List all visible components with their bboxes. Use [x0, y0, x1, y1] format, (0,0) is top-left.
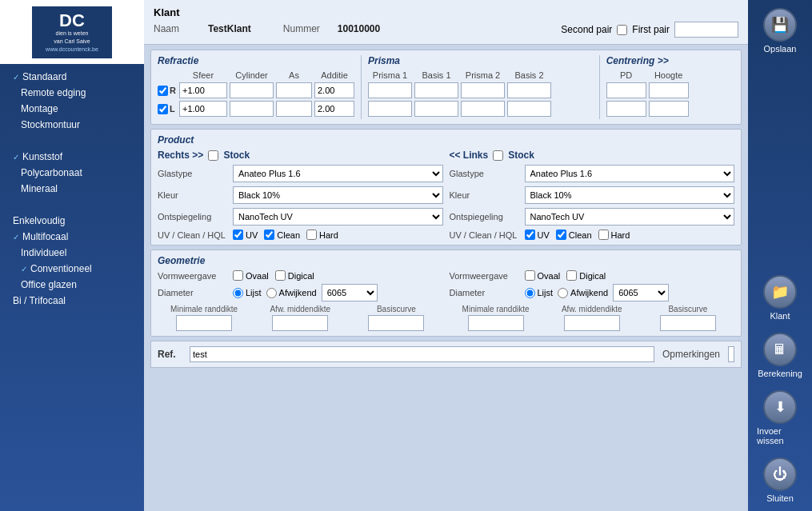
l-sfeer-input[interactable] — [179, 101, 227, 117]
uv-label-r: UV / Clean / HQL — [158, 230, 230, 240]
uv-checkbox-r[interactable] — [233, 230, 243, 240]
r-sfeer-input[interactable] — [179, 82, 227, 98]
ontspiegeling-select-r[interactable]: NanoTech UV Standard UV None — [233, 208, 443, 226]
p2-l-input[interactable] — [461, 101, 505, 117]
hoogte-r-input[interactable] — [649, 82, 689, 98]
rechts-stock-checkbox[interactable] — [208, 150, 218, 161]
r-cylinder-input[interactable] — [230, 82, 274, 98]
sidebar-section-3: Enkelvoudig ✓ Multifocaal Individueel ✓ … — [0, 208, 144, 313]
glastype-select-l[interactable]: Anateo Plus 1.6 Anateo 1.5 Essilor 1.6 — [525, 165, 735, 182]
sidebar-item-kunststof[interactable]: ✓ Kunststof — [8, 149, 136, 165]
glastype-select-r[interactable]: Anateo Plus 1.6 Anateo 1.5 Essilor 1.6 — [233, 165, 443, 182]
digical-checkbox-l[interactable] — [275, 270, 286, 281]
afw-mid-input-r[interactable] — [564, 315, 620, 331]
sidebar-item-individueel[interactable]: Individueel — [8, 245, 136, 261]
r-checkbox[interactable] — [158, 86, 168, 96]
uv-options-r: UV Clean Hard — [233, 230, 443, 240]
afw-mid-label-r: Afw. middendikte — [562, 305, 622, 313]
diameter-select-l[interactable]: 6065 6070 6575 7070 — [322, 284, 378, 301]
opslaan-button[interactable]: 💾 Opslaan — [753, 4, 807, 58]
l-checkbox[interactable] — [158, 104, 168, 114]
klant-icon: 📁 — [763, 275, 797, 309]
opmerkingen-input[interactable] — [728, 346, 734, 362]
uv-checkbox-l[interactable] — [525, 230, 535, 240]
sidebar-item-montage[interactable]: Montage — [8, 101, 136, 117]
p2-r-input[interactable] — [461, 82, 505, 98]
sidebar-item-label: Enkelvoudig — [13, 215, 65, 226]
afwijkend-option-l: Afwijkend — [266, 288, 317, 298]
sidebar-item-bi-trifocaal[interactable]: Bi / Trifocaal — [8, 293, 136, 309]
kleur-select-r[interactable]: Black 10% Grey 10% Brown 10% — [233, 186, 443, 204]
r-additie-input[interactable] — [314, 82, 354, 98]
afwijkend-radio-r[interactable] — [558, 288, 568, 298]
r-as-input[interactable] — [276, 82, 312, 98]
nummer-row: Nummer 10010000 — [283, 23, 380, 34]
refractie-row-r: R — [158, 82, 354, 98]
p1-r-input[interactable] — [368, 82, 412, 98]
min-rand-label-r: Minimale randdikte — [462, 305, 530, 313]
berekening-button[interactable]: 🖩 Berekening — [753, 329, 807, 382]
hard-checkbox-l[interactable] — [598, 230, 609, 240]
ref-input[interactable] — [190, 346, 654, 362]
centrering-header: Centrering >> — [606, 55, 734, 70]
col-additie: Additie — [314, 70, 354, 80]
b1-r-input[interactable] — [414, 82, 458, 98]
sidebar-item-label: Conventioneel — [30, 263, 92, 274]
first-pair-input[interactable] — [674, 22, 738, 38]
l-additie-input[interactable] — [314, 101, 354, 117]
sidebar-item-polycarbonaat[interactable]: Polycarbonaat — [8, 165, 136, 181]
ovaal-checkbox-r[interactable] — [525, 270, 535, 281]
afw-mid-input-l[interactable] — [272, 315, 328, 331]
min-rand-input-l[interactable] — [176, 315, 232, 331]
digical-checkbox-r[interactable] — [566, 270, 577, 281]
sidebar-item-office-glazen[interactable]: Office glazen — [8, 277, 136, 293]
sluiten-button[interactable]: ⏻ Sluiten — [753, 453, 807, 507]
ontspiegeling-select-l[interactable]: NanoTech UV Standard UV None — [525, 208, 735, 226]
hard-item-r: Hard — [306, 230, 338, 240]
sidebar-item-remote-edging[interactable]: Remote edging — [8, 85, 136, 101]
basiscurve-input-r[interactable] — [660, 315, 716, 331]
sidebar-item-label: Polycarbonaat — [21, 167, 82, 178]
afwijkend-radio-l[interactable] — [266, 288, 277, 298]
kleur-select-l[interactable]: Black 10% Grey 10% Brown 10% — [525, 186, 735, 204]
sidebar-item-multifocaal[interactable]: ✓ Multifocaal — [8, 229, 136, 245]
l-as-input[interactable] — [276, 101, 312, 117]
b2-r-input[interactable] — [507, 82, 551, 98]
pd-r-input[interactable] — [606, 82, 646, 98]
diameter-select-r[interactable]: 6065 6070 6575 7070 — [613, 284, 669, 301]
hard-checkbox-r[interactable] — [306, 230, 317, 240]
sidebar-item-label: Remote edging — [21, 87, 86, 98]
clean-checkbox-r[interactable] — [264, 230, 274, 240]
product-rechts-header: Rechts >> Stock — [158, 150, 443, 161]
l-cylinder-input[interactable] — [230, 101, 274, 117]
pd-l-input[interactable] — [606, 101, 646, 117]
check-icon: ✓ — [13, 153, 19, 162]
b2-l-input[interactable] — [507, 101, 551, 117]
p1-l-input[interactable] — [368, 101, 412, 117]
sidebar-item-mineraal[interactable]: Mineraal — [8, 181, 136, 197]
min-rand-input-r[interactable] — [468, 315, 524, 331]
clean-checkbox-l[interactable] — [556, 230, 566, 240]
second-pair-checkbox[interactable] — [617, 25, 627, 35]
refractie-panel: Refractie Sfeer Cylinder As Additie R — [150, 50, 742, 125]
sidebar-item-label: Multifocaal — [22, 231, 68, 242]
sidebar-item-stockmontuur[interactable]: Stockmontuur — [8, 117, 136, 133]
sidebar-item-conventioneel[interactable]: ✓ Conventioneel — [8, 261, 136, 277]
sidebar-item-standaard[interactable]: ✓ Standaard — [8, 69, 136, 85]
sidebar-item-label: Stockmontuur — [21, 119, 80, 130]
min-rand-col-l: Minimale randdikte — [158, 305, 250, 331]
glastype-label-r: Glastype — [158, 169, 230, 178]
basiscurve-input-l[interactable] — [368, 315, 424, 331]
logo-url: www.dccountenck.be — [46, 46, 98, 52]
links-stock-checkbox[interactable] — [493, 150, 503, 161]
sidebar-item-enkelvoudig[interactable]: Enkelvoudig — [8, 213, 136, 229]
b1-l-input[interactable] — [414, 101, 458, 117]
lijst-radio-r[interactable] — [525, 288, 535, 298]
l-label-check: L — [158, 104, 177, 114]
lijst-radio-l[interactable] — [233, 288, 243, 298]
klant-button[interactable]: 📁 Klant — [753, 271, 807, 325]
hoogte-l-input[interactable] — [649, 101, 689, 117]
diameter-row-l: Diameter Lijst Afwijkend 6065 — [158, 284, 443, 301]
invoer-wissen-button[interactable]: ⬇ Invoer wissen — [753, 386, 807, 449]
ovaal-checkbox-l[interactable] — [233, 270, 243, 281]
